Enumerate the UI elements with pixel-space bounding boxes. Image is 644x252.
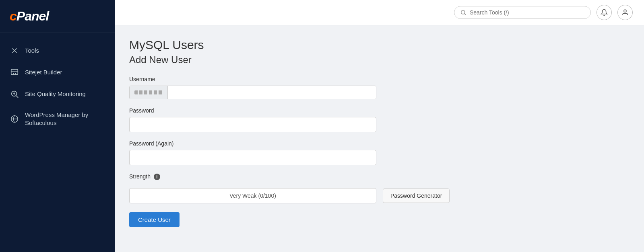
sitejet-icon [10,68,19,77]
strength-value-label: Very Weak (0/100) [229,193,276,199]
username-field-group: Username [129,76,630,99]
sidebar-item-tools-label: Tools [25,47,39,55]
password-again-field-group: Password (Again) [129,140,630,165]
svg-line-12 [464,14,466,15]
bell-icon [601,9,608,16]
strength-info-icon[interactable]: i [154,174,160,180]
username-label: Username [129,76,630,82]
page-title: MySQL Users [129,38,630,52]
search-box[interactable] [454,6,591,19]
svg-rect-2 [11,70,18,75]
user-menu-button[interactable] [617,5,633,20]
notifications-button[interactable] [597,5,612,20]
strength-row: Very Weak (0/100) Password Generator [129,188,630,203]
sidebar-item-site-quality[interactable]: Site Quality Monitoring [0,84,115,104]
username-input-wrapper [129,86,376,99]
content-area: MySQL Users Add New User Username Passwo… [115,25,644,252]
password-again-label: Password (Again) [129,140,630,147]
strength-bar: Very Weak (0/100) [129,188,376,203]
sidebar-item-sitejet-label: Sitejet Builder [25,68,62,76]
create-user-button[interactable]: Create User [129,212,180,227]
password-input[interactable] [129,117,376,132]
cpanel-logo: cPanel [10,9,49,23]
tools-icon [10,46,19,55]
password-label: Password [129,107,630,114]
wordpress-icon [10,114,19,124]
username-prefix [130,86,168,99]
search-input[interactable] [470,9,585,16]
sidebar-logo: cPanel [0,0,115,33]
search-icon [460,9,466,16]
username-input[interactable] [168,86,376,99]
user-icon [621,9,629,16]
sidebar-nav: Tools Sitejet Builder [0,33,115,139]
password-again-input[interactable] [129,150,376,165]
header [115,0,644,25]
sidebar: cPanel Tools Sitejet Buil [0,0,115,252]
svg-line-7 [16,96,18,98]
svg-point-11 [461,10,465,14]
sidebar-item-wordpress[interactable]: WordPress Manager by Softaculous [0,105,115,132]
sidebar-item-wordpress-label: WordPress Manager by Softaculous [25,111,105,127]
sidebar-item-sitejet[interactable]: Sitejet Builder [0,62,115,83]
password-generator-button[interactable]: Password Generator [383,188,450,203]
password-field-group: Password [129,107,630,132]
search-quality-icon [10,89,19,99]
section-title: Add New User [129,54,630,66]
username-prefix-dots [134,90,163,94]
strength-label: Strength i [129,173,630,180]
sidebar-item-tools[interactable]: Tools [0,40,115,61]
sidebar-item-site-quality-label: Site Quality Monitoring [25,90,86,98]
main-content: MySQL Users Add New User Username Passwo… [115,0,644,252]
svg-point-13 [624,10,626,12]
strength-field-group: Strength i [129,173,630,180]
